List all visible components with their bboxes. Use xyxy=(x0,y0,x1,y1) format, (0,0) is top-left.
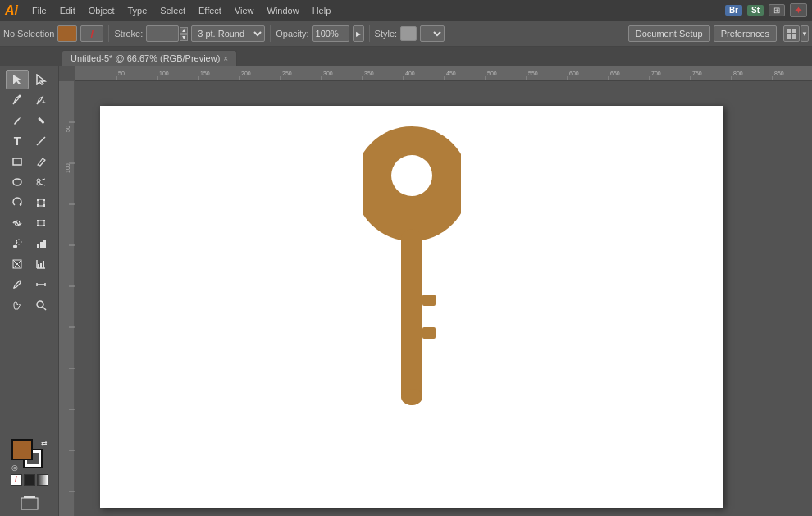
stroke-down-arrow[interactable]: ▼ xyxy=(180,34,188,41)
tool-row-shape2 xyxy=(2,172,57,192)
svg-rect-0 xyxy=(787,29,791,33)
hand-tool[interactable] xyxy=(6,295,29,315)
menu-view[interactable]: View xyxy=(229,4,260,17)
svg-rect-37 xyxy=(38,264,39,268)
swap-colors-icon[interactable]: ⇄ xyxy=(41,439,48,447)
svg-text:300: 300 xyxy=(323,71,333,76)
free-transform-tool[interactable] xyxy=(30,213,52,233)
menu-edit[interactable]: Edit xyxy=(54,4,81,17)
ellipse-tool[interactable] xyxy=(6,172,29,192)
svg-rect-31 xyxy=(37,244,39,248)
opacity-arrow[interactable]: ▶ xyxy=(353,25,364,42)
style-label: Style: xyxy=(375,29,398,39)
tab-title: Untitled-5* @ 66.67% (RGB/Preview) xyxy=(71,53,220,63)
svg-point-6 xyxy=(19,95,21,98)
solid-color-swatch[interactable] xyxy=(24,474,35,486)
document-tabs: Untitled-5* @ 66.67% (RGB/Preview) × xyxy=(0,47,812,66)
svg-rect-20 xyxy=(37,204,39,207)
svg-point-11 xyxy=(13,179,21,185)
type-tool-icon: T xyxy=(14,135,21,148)
transform-tool[interactable] xyxy=(30,193,52,212)
measure-tool[interactable] xyxy=(30,275,52,295)
warp-tool[interactable] xyxy=(6,213,29,233)
reset-colors-icon[interactable]: ◎ xyxy=(11,463,18,472)
gradient-swatch[interactable] xyxy=(37,474,48,486)
bridge-icon[interactable]: Br xyxy=(725,5,742,16)
stroke-label: Stroke: xyxy=(114,29,143,39)
preferences-button[interactable]: Preferences xyxy=(714,25,777,42)
pen-tool[interactable] xyxy=(6,90,29,110)
document-tab[interactable]: Untitled-5* @ 66.67% (RGB/Preview) × xyxy=(62,50,237,66)
menu-effect[interactable]: Effect xyxy=(193,4,227,17)
scissors-tool[interactable] xyxy=(30,172,52,192)
svg-text:600: 600 xyxy=(569,71,579,76)
menu-select[interactable]: Select xyxy=(154,4,191,17)
svg-point-40 xyxy=(14,287,16,289)
tool-row-select xyxy=(2,70,57,89)
menu-file[interactable]: File xyxy=(26,4,52,17)
divider-3 xyxy=(369,25,370,42)
menubar: Ai File Edit Object Type Select Effect V… xyxy=(0,0,812,21)
svg-line-14 xyxy=(40,179,45,180)
stroke-indicator[interactable]: / xyxy=(80,25,103,42)
artboard-row xyxy=(2,493,57,513)
svg-rect-18 xyxy=(37,199,39,201)
svg-rect-2 xyxy=(787,34,791,39)
svg-rect-46 xyxy=(21,498,38,509)
bug-icon[interactable]: ✦ xyxy=(790,3,807,17)
rotate-tool[interactable] xyxy=(6,193,29,212)
menu-object[interactable]: Object xyxy=(83,4,121,17)
grid-icon[interactable]: ⊞ xyxy=(769,4,785,16)
add-anchor-tool[interactable]: + xyxy=(30,90,52,110)
tab-close-button[interactable]: × xyxy=(223,54,228,63)
paintbrush-tool[interactable] xyxy=(6,111,29,130)
toolbox: + T xyxy=(0,66,59,516)
fill-color-swatch[interactable] xyxy=(57,25,77,42)
eyedropper-tool[interactable] xyxy=(6,275,29,295)
opacity-input[interactable] xyxy=(312,25,349,42)
none-swatch[interactable]: / xyxy=(11,474,22,486)
arrange-dropdown-arrow[interactable]: ▼ xyxy=(801,25,809,42)
stock-icon[interactable]: St xyxy=(747,5,764,16)
type-tool[interactable]: T xyxy=(6,131,29,151)
column-graph-tool[interactable] xyxy=(30,234,52,253)
symbol-sprayer-tool[interactable] xyxy=(6,234,29,253)
style-swatch[interactable] xyxy=(400,26,417,41)
slice-tool[interactable] xyxy=(6,254,29,274)
svg-text:250: 250 xyxy=(282,71,292,76)
svg-text:800: 800 xyxy=(733,71,743,76)
svg-text:150: 150 xyxy=(200,71,210,76)
selection-tool[interactable] xyxy=(6,70,29,89)
zoom-tool[interactable] xyxy=(30,295,52,315)
rectangle-tool[interactable] xyxy=(6,152,29,171)
svg-rect-10 xyxy=(13,158,21,165)
eraser-tool[interactable] xyxy=(30,152,52,171)
menu-type[interactable]: Type xyxy=(122,4,153,17)
svg-rect-29 xyxy=(13,245,17,248)
svg-text:400: 400 xyxy=(405,71,415,76)
direct-selection-tool[interactable] xyxy=(30,70,52,89)
chart-tool[interactable] xyxy=(30,254,52,274)
svg-rect-8 xyxy=(38,117,44,124)
menu-window[interactable]: Window xyxy=(262,4,305,17)
svg-text:750: 750 xyxy=(692,71,702,76)
menu-help[interactable]: Help xyxy=(307,4,337,17)
style-select[interactable] xyxy=(420,25,445,42)
svg-point-12 xyxy=(37,179,40,182)
document-setup-button[interactable]: Document Setup xyxy=(628,25,710,42)
stroke-up-arrow[interactable]: ▲ xyxy=(180,27,188,34)
pencil-tool[interactable] xyxy=(30,111,52,130)
svg-line-9 xyxy=(37,137,45,145)
stroke-value-input[interactable] xyxy=(146,25,179,42)
key-artwork[interactable] xyxy=(363,122,461,427)
arrange-icon[interactable] xyxy=(783,25,800,42)
line-tool[interactable] xyxy=(30,131,52,151)
tool-row-slice xyxy=(2,254,57,274)
svg-marker-5 xyxy=(37,75,45,84)
canvas-area: 50 100 150 200 250 300 350 400 450 500 xyxy=(59,66,812,516)
svg-rect-33 xyxy=(43,240,46,248)
fill-color-box[interactable] xyxy=(11,439,33,460)
artboard-tool[interactable] xyxy=(18,493,41,513)
document-canvas[interactable] xyxy=(75,81,812,516)
stroke-type-select[interactable]: 3 pt. Round xyxy=(191,25,265,42)
